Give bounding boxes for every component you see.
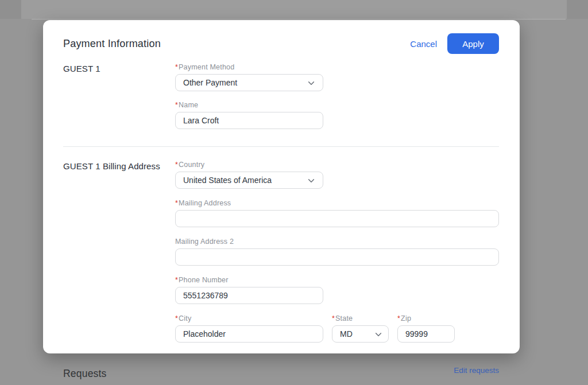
country-field: *Country United States of America [175,161,499,189]
required-asterisk: * [175,161,178,169]
mailing-address-input[interactable] [175,210,499,227]
modal-actions: Cancel Apply [409,33,499,54]
city-field: *City [175,314,323,343]
state-value: MD [340,329,353,339]
required-asterisk: * [397,314,400,322]
section-guest1-label: GUEST 1 [63,63,175,129]
required-asterisk: * [175,199,178,207]
payment-method-label: *Payment Method [175,63,499,72]
state-select[interactable]: MD [332,325,389,343]
phone-number-field: *Phone Number [175,276,499,304]
city-state-zip-row: *City *State MD *Zip [175,314,499,343]
payment-method-field: *Payment Method Other Payment [175,63,499,91]
zip-label: *Zip [397,314,455,323]
required-asterisk: * [332,314,335,322]
section-guest1-billing-label: GUEST 1 Billing Address [63,161,175,343]
requests-section: Requests Edit requests [63,366,499,380]
required-asterisk: * [175,101,178,109]
name-field: *Name [175,101,499,129]
payment-information-modal: Payment Information Cancel Apply GUEST 1… [43,20,520,353]
name-input[interactable] [175,112,323,129]
requests-heading: Requests [63,366,107,380]
mailing-address-2-field: Mailing Address 2 [175,238,499,266]
chevron-down-icon [307,177,315,187]
zip-field: *Zip [397,314,455,343]
required-asterisk: * [175,63,178,71]
section-guest1-billing-fields: *Country United States of America *Maili… [175,161,499,343]
required-asterisk: * [175,276,178,284]
mailing-address-field: *Mailing Address [175,199,499,227]
mailing-address-2-label: Mailing Address 2 [175,238,499,246]
section-guest1: GUEST 1 *Payment Method Other Payment *N… [63,63,499,129]
city-input[interactable] [175,325,323,343]
zip-input[interactable] [397,325,455,343]
edit-requests-link[interactable]: Edit requests [454,366,499,375]
section-guest1-billing: GUEST 1 Billing Address *Country United … [63,161,499,343]
cancel-button[interactable]: Cancel [409,37,438,51]
payment-method-value: Other Payment [183,78,237,87]
phone-number-label: *Phone Number [175,276,499,285]
required-asterisk: * [175,314,178,322]
section-divider [63,146,499,147]
mailing-address-2-input[interactable] [175,248,499,266]
country-select[interactable]: United States of America [175,172,323,189]
underlying-panel-edge [21,0,567,19]
chevron-down-icon [307,79,315,90]
apply-button[interactable]: Apply [447,33,499,54]
country-label: *Country [175,161,499,169]
state-label: *State [332,314,389,323]
chevron-down-icon [374,330,382,341]
underlying-panel-border [32,19,566,20]
phone-number-input[interactable] [175,287,323,304]
section-guest1-fields: *Payment Method Other Payment *Name [175,63,499,129]
city-label: *City [175,314,323,323]
modal-title: Payment Information [63,38,161,50]
payment-method-select[interactable]: Other Payment [175,74,323,91]
name-label: *Name [175,101,499,110]
state-field: *State MD [332,314,389,343]
modal-header: Payment Information Cancel Apply [63,33,499,54]
mailing-address-label: *Mailing Address [175,199,499,208]
country-value: United States of America [183,176,272,185]
